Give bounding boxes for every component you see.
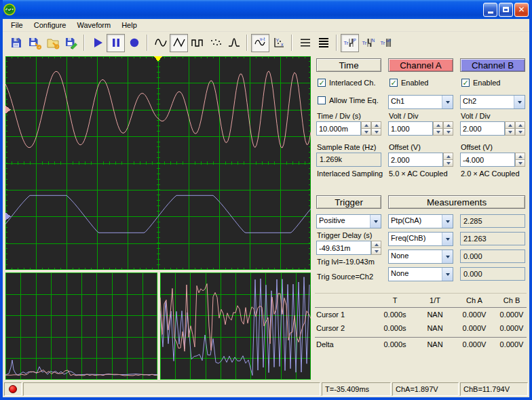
cursor-table-header: T1/TCh ACh B [315, 296, 529, 304]
time-section-button[interactable]: Time [316, 58, 381, 72]
trigger-off-button[interactable]: Troff [377, 34, 396, 52]
interlaced-checkbox[interactable]: ✓ [318, 79, 326, 87]
measurement-3-select[interactable]: None [388, 249, 453, 264]
dropdown-arrow-icon[interactable] [442, 233, 453, 245]
spin-down-button[interactable] [515, 160, 525, 167]
record-indicator-icon [9, 385, 17, 393]
trigger-delay-input[interactable] [316, 241, 371, 255]
maximize-button[interactable] [499, 3, 513, 17]
save-button[interactable] [7, 34, 25, 52]
menu-waveform[interactable]: Waveform [71, 20, 116, 31]
open-settings-button[interactable] [43, 34, 62, 52]
main-scope-display[interactable] [5, 56, 311, 270]
spin-down-button[interactable] [371, 248, 381, 255]
svg-text:v-t: v-t [260, 37, 265, 41]
trigger-level-text: Trig lvl=-19.043m [317, 258, 375, 266]
spin-down-button[interactable] [505, 129, 515, 136]
wave-triangle-button[interactable] [170, 34, 188, 52]
wave-noise-button[interactable] [206, 34, 225, 52]
offset-b-input[interactable] [460, 153, 515, 167]
spin-down-button[interactable] [515, 129, 525, 136]
close-button[interactable]: ✕ [514, 3, 529, 17]
toolbar-separator [246, 35, 248, 51]
channel-a-section-button[interactable]: Channel A [388, 58, 453, 72]
channel-b-enabled-row[interactable]: ✓ Enabled [461, 79, 500, 87]
channel-b-section-button[interactable]: Channel B [460, 58, 525, 72]
time-div-label: Time / Div (s) [317, 112, 361, 120]
dropdown-arrow-icon[interactable] [442, 268, 453, 281]
dropdown-arrow-icon[interactable] [442, 215, 453, 228]
channel-a-source-select[interactable]: Ch1 [388, 95, 453, 109]
channel-b-source-select[interactable]: Ch2 [460, 95, 525, 109]
spin-up-button[interactable] [443, 121, 453, 129]
spin-up-button[interactable] [515, 121, 525, 129]
menu-configure[interactable]: Configure [28, 20, 72, 31]
measurement-2-select[interactable]: Freq(ChB) [388, 232, 453, 246]
table-cell: 0.000V [455, 311, 494, 319]
spin-up-button[interactable] [433, 121, 443, 129]
trigger-mode-select[interactable]: Positive [316, 214, 381, 228]
dropdown-arrow-icon[interactable] [442, 96, 453, 108]
view-vt-button[interactable]: v-t [251, 34, 269, 52]
spin-down-button[interactable] [361, 129, 371, 136]
record-icon [128, 36, 141, 49]
dropdown-arrow-icon[interactable] [442, 250, 453, 263]
time-div-input[interactable] [316, 121, 361, 136]
spin-down-button[interactable] [443, 160, 453, 167]
spin-up-button[interactable] [361, 121, 371, 129]
menu-help[interactable]: Help [116, 20, 142, 31]
table-cell: Cursor 2 [315, 324, 375, 332]
spin-down-button[interactable] [371, 129, 381, 136]
wave-sine-button[interactable] [151, 34, 170, 52]
spin-down-button[interactable] [443, 129, 453, 136]
interlaced-checkbox-row[interactable]: ✓ Interlaced Ch. [318, 79, 375, 87]
allow-time-eq-row[interactable]: Allow Time Eq. [318, 96, 379, 104]
offset-a-input[interactable] [388, 153, 443, 167]
measurement-4-select[interactable]: None [388, 267, 453, 281]
toolbar-separator [147, 35, 148, 51]
pause-button[interactable] [107, 34, 125, 52]
wave-pulse-button[interactable] [225, 34, 243, 52]
trigger-delay-spinner [371, 241, 381, 255]
titlebar[interactable]: ✕ [0, 0, 532, 19]
spin-up-button[interactable] [515, 153, 525, 160]
channel-b-enabled-label: Enabled [473, 79, 500, 87]
line-thick-button[interactable] [314, 34, 332, 52]
channel-b-enabled-checkbox[interactable]: ✓ [461, 79, 470, 87]
trigger-section-button[interactable]: Trigger [316, 195, 381, 209]
volt-div-b-fine-spinner [515, 121, 525, 136]
save-settings-button[interactable] [25, 34, 43, 52]
dropdown-arrow-icon[interactable] [514, 96, 525, 108]
view-yx-button[interactable]: Yx [269, 34, 288, 52]
line-thin-button[interactable] [296, 34, 314, 52]
trigger-negative-button[interactable]: TrN [359, 34, 377, 52]
wave-square-button[interactable] [188, 34, 206, 52]
column-header: 1/T [415, 296, 455, 304]
allow-time-eq-checkbox[interactable] [318, 96, 326, 104]
spin-up-button[interactable] [443, 153, 453, 160]
run-button[interactable] [88, 34, 107, 52]
channel-a-enabled-checkbox[interactable]: ✓ [390, 79, 398, 87]
trigger-positive-button[interactable]: TrP [341, 34, 359, 52]
status-time-panel: T=-35.409ms [322, 382, 391, 396]
dropdown-arrow-icon[interactable] [370, 215, 381, 228]
vt-icon: v-t [254, 36, 267, 49]
menu-file[interactable]: File [5, 20, 28, 31]
volt-div-b-input[interactable] [460, 121, 505, 136]
minimize-button[interactable] [483, 3, 497, 17]
display-column [3, 54, 311, 381]
measurements-section-button[interactable]: Measurements [388, 195, 525, 209]
record-button[interactable] [125, 34, 143, 52]
spin-up-button[interactable] [371, 241, 381, 248]
spin-down-button[interactable] [433, 129, 443, 136]
channel-a-enabled-row[interactable]: ✓ Enabled [390, 79, 428, 87]
spin-up-button[interactable] [371, 121, 381, 129]
square-icon [191, 36, 204, 49]
volt-div-a-input[interactable] [388, 121, 433, 136]
measurement-1-select[interactable]: Ptp(ChA) [388, 214, 453, 228]
export-button[interactable] [62, 34, 80, 52]
pause-icon [109, 36, 123, 49]
time-div-field [316, 121, 381, 136]
column-header: Ch A [455, 296, 494, 304]
spin-up-button[interactable] [505, 121, 515, 129]
